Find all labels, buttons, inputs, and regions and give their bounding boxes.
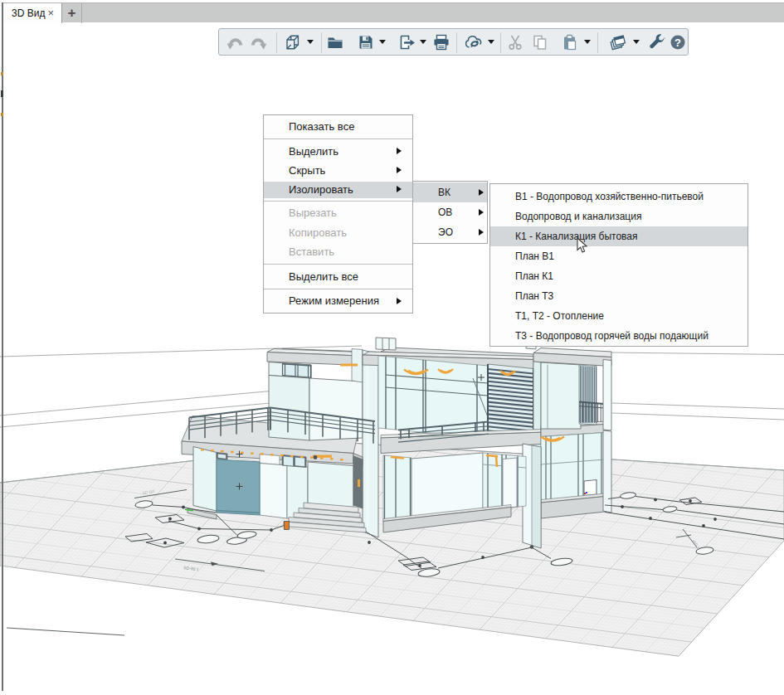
svg-text:?: ? <box>674 36 681 49</box>
